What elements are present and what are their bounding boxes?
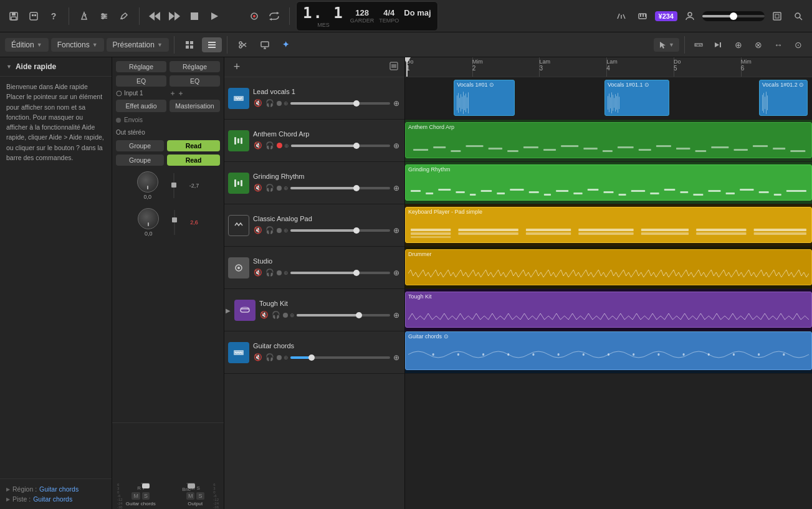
track-mute-6[interactable]: 🔇 (259, 310, 269, 320)
track-header-1[interactable]: Lead vocals 1 🔇 🎧 ⊕ ⊕ (224, 77, 404, 120)
track-mute-1[interactable]: 🔇 (253, 98, 263, 108)
track-fader-3[interactable] (290, 187, 390, 189)
fullscreen-button[interactable] (768, 7, 786, 25)
track-header-5[interactable]: Studio 🔇 🎧 ⊕ ⊕ (224, 247, 404, 289)
effet-audio-left-button[interactable]: Effet audio (116, 100, 166, 112)
clip-guitar-chords[interactable]: Guitar chords ⊙ (405, 331, 812, 370)
auto-zoom-button[interactable]: ⊙ (790, 36, 807, 54)
smart-button[interactable]: ✦ (277, 37, 294, 52)
transport-position[interactable]: 1. 1 (303, 4, 344, 22)
clip-vocals-1-012[interactable]: Vocals 1#01.2 ⊙ (759, 80, 808, 116)
zoom-out-button[interactable]: ↔ (770, 36, 787, 54)
read-right-button[interactable]: Read (167, 155, 220, 166)
track-header-4[interactable]: Classic Analog Pad 🔇 🎧 ⊕ ⊕ (224, 204, 404, 247)
track-level-7[interactable]: ⊕ (392, 352, 401, 363)
presentation-menu[interactable]: Présentation ▼ (107, 38, 169, 52)
track-mute-2[interactable]: 🔇 (253, 141, 263, 150)
track-header-6[interactable]: ▶ Tough Kit 🔇 🎧 ⊕ (224, 289, 404, 331)
track-headphone-2[interactable]: 🎧 (265, 141, 275, 150)
track-mute-4[interactable]: 🔇 (253, 226, 263, 235)
metronome-button[interactable] (75, 7, 93, 25)
cursor-tool-button[interactable]: ▼ (654, 38, 679, 52)
groupe-right-button[interactable]: Groupe (116, 155, 164, 166)
eq-left-button[interactable]: EQ (116, 75, 166, 87)
track-level-5[interactable]: ⊕ (392, 267, 401, 278)
zoom-in-button[interactable]: ⊕ (730, 36, 747, 54)
track-level-4[interactable]: ⊕ (392, 225, 401, 236)
track-fader-4[interactable] (290, 229, 390, 232)
record-button[interactable] (226, 7, 243, 25)
rewind-button[interactable] (146, 7, 163, 25)
reglage-right-button[interactable]: Réglage (170, 61, 220, 72)
add-track-button[interactable]: + (229, 60, 244, 75)
track-header-7[interactable]: Guitar chords 🔇 🎧 ⊕ ⊕ (224, 331, 404, 374)
track-mute-3[interactable]: 🔇 (253, 183, 263, 193)
fader-right-track[interactable]: Bnc (186, 483, 195, 484)
effet-audio-right-button[interactable]: Masterisation (170, 100, 220, 112)
clip-drummer[interactable]: Drummer (405, 249, 812, 285)
piano-roll-button[interactable] (634, 7, 651, 25)
help-button[interactable]: ? (45, 7, 62, 25)
timeline-ruler[interactable]: 1 Do 2 Mim 3 Lam 4 Lam 5 Do 6 Mim (405, 57, 812, 77)
track-list-button[interactable] (388, 60, 399, 74)
clip-keyboard[interactable]: Keyboard Player - Pad simple (405, 207, 812, 243)
clip-vocals-1-01[interactable]: Vocals 1#01 ⊙ (454, 80, 515, 116)
reglage-left-button[interactable]: Réglage (116, 61, 166, 72)
edition-menu[interactable]: Édition ▼ (5, 38, 49, 52)
solo-left-button[interactable]: S (142, 492, 150, 500)
master-button[interactable] (95, 7, 113, 25)
screen-button[interactable] (255, 37, 275, 52)
play-button[interactable] (206, 7, 223, 25)
pan-knob-right[interactable] (138, 208, 159, 229)
read-left-button[interactable]: Read (167, 140, 220, 151)
track-headphone-7[interactable]: 🎧 (265, 353, 275, 362)
mute-right-button[interactable]: M (186, 492, 195, 500)
scissors-button[interactable] (232, 37, 252, 52)
track-level-1[interactable]: ⊕ (392, 98, 401, 109)
user-icon-button[interactable] (681, 7, 699, 25)
grid-view-button[interactable] (179, 37, 199, 52)
track-headphone-1[interactable]: 🎧 (265, 98, 275, 108)
key-value[interactable]: Do maj (404, 8, 431, 17)
clip-tough-kit[interactable]: Tough Kit (405, 292, 812, 328)
track-header-2[interactable]: Anthem Chord Arp 🔇 🎧 ⊕ ⊕ (224, 120, 404, 162)
mixer-button[interactable] (613, 7, 630, 25)
track-level-6[interactable]: ⊕ (392, 310, 401, 321)
track-headphone-4[interactable]: 🎧 (265, 226, 275, 235)
fonctions-menu[interactable]: Fonctions ▼ (51, 38, 104, 52)
undo-button[interactable] (25, 7, 42, 25)
clip-vocals-1-011[interactable]: Vocals 1#01.1 ⊙ (604, 80, 669, 116)
pan-knob-left[interactable] (137, 171, 158, 193)
region-meta-row[interactable]: ▶ Région : Guitar chords (6, 484, 105, 494)
ruler-toggle[interactable] (690, 36, 707, 54)
link-button[interactable]: ⊗ (750, 36, 767, 54)
cycle-button[interactable] (265, 7, 283, 25)
track-level-2[interactable]: ⊕ (392, 140, 401, 151)
clip-anthem[interactable]: Anthem Chord Arp (405, 122, 812, 158)
track-fader-7[interactable] (290, 356, 390, 359)
search-button[interactable] (790, 7, 807, 25)
track-headphone-5[interactable]: 🎧 (265, 268, 275, 277)
user-badge[interactable]: ¥234 (655, 11, 677, 21)
track-header-3[interactable]: Grinding Rhythm 🔇 🎧 ⊕ ⊕ (224, 162, 404, 204)
pencil-toolbar-button[interactable] (115, 7, 133, 25)
master-volume-slider[interactable] (702, 11, 765, 21)
groupe-left-button[interactable]: Groupe (116, 140, 164, 151)
solo-right-button[interactable]: S (196, 492, 204, 500)
track-fader-2[interactable] (291, 145, 390, 147)
eq-right-button[interactable]: EQ (170, 75, 220, 87)
track-headphone-3[interactable]: 🎧 (265, 183, 275, 193)
time-sig-value[interactable]: 4/4 (383, 8, 394, 17)
track-fader-5[interactable] (290, 272, 390, 274)
track-collapse-6[interactable]: ▶ (226, 307, 231, 313)
fader-left-thumb[interactable] (142, 483, 150, 488)
track-headphone-6[interactable]: 🎧 (271, 310, 281, 320)
sidebar-collapse-icon[interactable]: ▼ (6, 64, 12, 70)
track-fader-1[interactable] (290, 102, 390, 105)
mute-left-button[interactable]: M (131, 492, 140, 500)
track-mute-5[interactable]: 🔇 (253, 268, 263, 277)
fader-left-track[interactable] (141, 483, 150, 484)
track-meta-row[interactable]: ▶ Piste : Guitar chords (6, 494, 105, 504)
track-mute-7[interactable]: 🔇 (253, 353, 263, 362)
skip-button[interactable] (710, 36, 727, 54)
